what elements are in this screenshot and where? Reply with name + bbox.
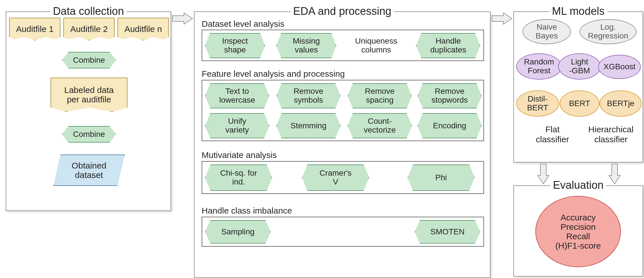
svg-marker-0 <box>173 13 193 24</box>
feat-countvec: Count- vectorize <box>348 113 412 138</box>
model-lgbm: Light -GBM <box>558 53 601 80</box>
feat-remove-symbols: Remove symbols <box>276 83 341 108</box>
model-bertje: BERTje <box>600 90 642 117</box>
model-logreg: Log. Regression <box>580 19 637 44</box>
feat-remove-spacing: Remove spacing <box>348 83 412 108</box>
auditfile-n: Auditfile n <box>118 18 169 40</box>
auditfile-1: Auditfile 1 <box>9 18 60 40</box>
svg-marker-2 <box>538 164 549 184</box>
combine-step-2: Combine <box>62 126 116 143</box>
arrow-dc-to-eda <box>171 11 194 26</box>
labeled-data: Labeled data per auditfile <box>50 78 127 112</box>
feat-stemming: Stemming <box>276 113 341 138</box>
feat-encoding: Encoding <box>418 113 482 138</box>
dataset-handle-dup: Handle duplicates <box>416 33 480 58</box>
arrow-eda-to-ml <box>491 11 513 26</box>
mv-phi: Phi <box>408 165 475 191</box>
model-distilbert: Distil- BERT <box>516 90 559 117</box>
sub4-label: Handle class imbalance <box>202 206 292 216</box>
sub2-label: Feature level analysis and processing <box>202 69 345 79</box>
diagram-canvas: Data collection Auditfile 1 Auditfile 2 … <box>3 3 644 278</box>
svg-marker-3 <box>609 164 620 184</box>
sub1-box: Inspect shape Missing values Uniqueness … <box>202 30 484 61</box>
panel-title-ml: ML models <box>549 5 607 17</box>
panel-title-data-collection: Data collection <box>50 5 127 17</box>
eval-metrics: Accuracy Precision Recall (H)F1-score <box>535 196 621 267</box>
obtained-dataset: Obtained dataset <box>53 155 125 186</box>
panel-data-collection: Data collection Auditfile 1 Auditfile 2 … <box>6 11 171 211</box>
auditfile-2: Auditfile 2 <box>63 18 115 40</box>
col-hier: Hierarchical classifier <box>581 125 641 144</box>
feat-remove-stopwords: Remove stopwords <box>418 83 482 108</box>
panel-eval: Evaluation Accuracy Precision Recall (H)… <box>513 185 643 277</box>
sub3-box: Chi-sq. for ind. Cramer's V Phi <box>202 161 484 194</box>
sub4-box: Sampling SMOTEN <box>202 217 484 247</box>
panel-eda: EDA and processing Dataset level analysi… <box>194 11 491 278</box>
panel-title-eda: EDA and processing <box>290 5 394 17</box>
panel-title-eval: Evaluation <box>550 179 606 191</box>
ci-smoten: SMOTEN <box>415 220 480 243</box>
arrow-flat-to-eval <box>536 163 550 185</box>
mv-chisq: Chi-sq. for ind. <box>205 165 272 191</box>
dataset-inspect-shape: Inspect shape <box>205 33 265 58</box>
col-flat: Flat classifier <box>527 125 578 144</box>
arrow-hier-to-eval <box>607 163 622 185</box>
combine-step-1: Combine <box>62 52 116 68</box>
feat-lowercase: Text to lowercase <box>205 83 269 108</box>
svg-marker-1 <box>492 13 512 24</box>
panel-ml: ML models Naive Bayes Log. Regression Ra… <box>513 11 643 163</box>
sub2-box: Text to lowercase Remove symbols Remove … <box>202 80 484 141</box>
model-rf: Random Forest <box>516 53 562 80</box>
dataset-missing-values: Missing values <box>276 33 336 58</box>
model-naive-bayes: Naive Bayes <box>523 19 571 44</box>
feat-unify: Unify variety <box>205 113 269 138</box>
model-xgb: XGBoost <box>598 55 641 79</box>
model-bert: BERT <box>560 90 600 117</box>
sub3-label: Mutivariate analysis <box>202 150 277 160</box>
dataset-uniqueness: Uniqueness columns <box>345 33 408 58</box>
ci-sampling: Sampling <box>205 220 271 243</box>
mv-cramers: Cramer's V <box>302 165 369 191</box>
sub1-label: Dataset level analysis <box>202 19 284 29</box>
